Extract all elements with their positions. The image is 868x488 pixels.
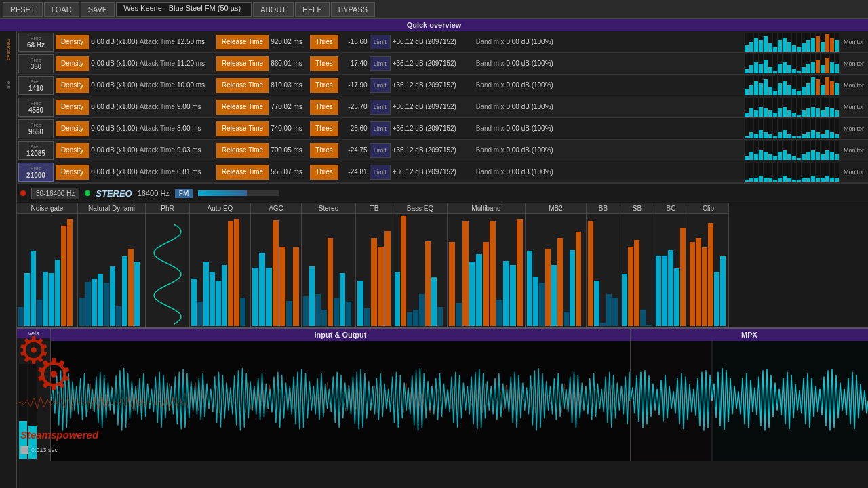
density-btn-5[interactable]: Density [56,143,89,158]
save-button[interactable]: SAVE [81,2,115,17]
limit-btn-2[interactable]: Limit [370,78,391,93]
help-button[interactable]: HELP [295,2,330,17]
release-btn-3[interactable]: Release Time [216,100,269,115]
density-btn-4[interactable]: Density [56,121,89,136]
release-btn-5[interactable]: Release Time [216,143,269,158]
module-bar [680,228,686,326]
density-btn-1[interactable]: Density [56,56,89,71]
monitor-btn-6[interactable]: Monitor [841,167,867,177]
meter-col [773,119,777,138]
meter-col [797,163,801,182]
limit-btn-1[interactable]: Limit [370,56,391,71]
release-btn-6[interactable]: Release Time [216,165,269,180]
module-bar [545,249,551,326]
thres-btn-1[interactable]: Thres [310,56,338,71]
module-noise-gate[interactable]: Noise gate [17,203,78,327]
meter-col [787,119,791,138]
meter-col [787,33,791,52]
module-phr[interactable]: PhR [146,203,190,327]
thres-btn-5[interactable]: Thres [310,143,338,158]
monitor-btn-3[interactable]: Monitor [841,102,867,112]
module-bar [116,306,121,326]
bypass-button[interactable]: BYPASS [331,2,375,17]
meter-col [759,33,763,52]
thres-btn-6[interactable]: Thres [310,165,338,180]
meter-fill [811,176,815,181]
monitor-btn-0[interactable]: Monitor [841,37,867,47]
density-btn-3[interactable]: Density [56,100,89,115]
module-tb[interactable]: TB [356,203,393,327]
module-bar [79,298,85,326]
bandmix-label-3: Band mix [476,103,505,110]
module-sb[interactable]: SB [620,203,654,327]
meter-fill [797,158,801,160]
meter-col [835,141,839,160]
module-multiband[interactable]: Multiband [448,203,526,327]
limit-btn-6[interactable]: Limit [370,165,391,180]
meter-fill [811,38,815,52]
module-bc[interactable]: BC [654,203,688,327]
module-bass-eq[interactable]: Bass EQ [393,203,448,327]
meter-fill [821,110,825,116]
module-agc[interactable]: AGC [251,203,302,327]
limit-btn-3[interactable]: Limit [370,100,391,115]
meter-col [759,54,763,73]
module-stereo[interactable]: Stereo [302,203,356,327]
sidebar-item-overview[interactable]: overview [0,33,16,66]
release-btn-1[interactable]: Release Time [216,56,269,71]
reset-button[interactable]: RESET [3,2,43,17]
thres-btn-3[interactable]: Thres [310,100,338,115]
module-title-4: AGC [251,203,301,214]
green-indicator [85,190,90,196]
release-btn-0[interactable]: Release Time [216,35,269,49]
load-button[interactable]: LOAD [44,2,79,17]
meter-fill [783,62,787,73]
release-btn-2[interactable]: Release Time [216,78,269,93]
limit-btn-4[interactable]: Limit [370,121,391,136]
density-btn-6[interactable]: Density [56,165,89,180]
thres-btn-2[interactable]: Thres [310,78,338,93]
sidebar-item-gate[interactable]: ate [0,68,16,102]
about-button[interactable]: ABOUT [253,2,294,17]
module-bar [49,273,54,326]
module-bb[interactable]: BB [587,203,620,327]
meter-col [835,54,839,73]
module-bar [594,281,599,326]
module-bar [92,279,97,326]
monitor-btn-4[interactable]: Monitor [841,124,867,134]
module-bar [496,300,502,326]
bandmix-val-6: 0.00 dB (100%) [506,168,560,176]
limit-btn-0[interactable]: Limit [370,35,391,49]
release-btn-4[interactable]: Release Time [216,121,269,136]
meter-fill [802,110,806,116]
module-clip[interactable]: Clip [688,203,729,327]
meter-fill [783,150,787,160]
module-title-12: BC [654,203,688,214]
module-natural-dynami[interactable]: Natural Dynami [78,203,146,327]
meter-col [811,163,815,182]
module-mb2[interactable]: MB2 [526,203,587,327]
input-output-panel: Input & Output [51,329,631,461]
freq-range-button[interactable]: 30-16400 Hz [31,188,79,199]
meter-fill [773,47,777,52]
meter-col [816,119,820,138]
meter-fill [745,89,749,94]
monitor-btn-5[interactable]: Monitor [841,146,867,155]
quick-overview-bar: Quick overview [0,19,868,31]
fm-badge: FM [175,189,193,198]
density-btn-0[interactable]: Density [56,35,89,49]
monitor-btn-1[interactable]: Monitor [841,59,867,68]
freq-label-0: Freq [31,35,41,41]
thres-btn-0[interactable]: Thres [310,35,338,49]
limit-btn-5[interactable]: Limit [370,143,391,158]
module-auto-eq[interactable]: Auto EQ [190,203,251,327]
module-content-9 [526,214,586,327]
meter-col [754,141,758,160]
thres-btn-4[interactable]: Thres [310,121,338,136]
module-bar [279,247,285,326]
meter-fill [773,156,777,160]
meter-col [797,76,801,95]
monitor-btn-2[interactable]: Monitor [841,81,867,90]
density-btn-2[interactable]: Density [56,78,89,93]
meter-fill [759,176,763,181]
